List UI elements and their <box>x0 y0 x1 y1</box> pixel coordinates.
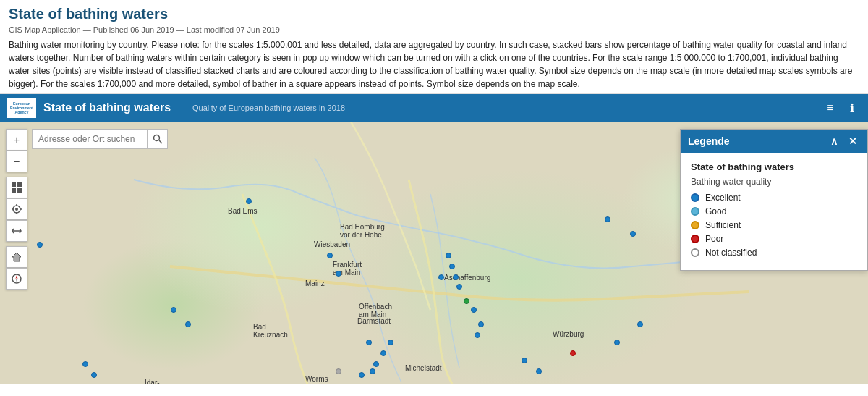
layers-list-icon[interactable]: ≡ <box>822 99 839 117</box>
water-dot-excellent <box>388 340 393 345</box>
topbar-controls: ≡ ℹ <box>822 99 861 117</box>
water-dot-excellent <box>380 350 386 356</box>
water-dot-excellent <box>185 321 191 327</box>
svg-text:Agency: Agency <box>15 110 29 114</box>
svg-rect-7 <box>17 188 22 193</box>
svg-point-19 <box>153 135 159 141</box>
legend-controls: ∧ ✕ <box>827 134 860 148</box>
legend-dot-good <box>691 207 699 216</box>
water-dot-excellent <box>630 231 636 237</box>
info-icon[interactable]: ℹ <box>843 99 861 117</box>
water-dot-excellent <box>614 340 620 345</box>
water-dot-excellent <box>446 253 451 258</box>
map-subtitle: Quality of European bathing waters in 20… <box>192 104 345 112</box>
legend-item-sufficient: Sufficient <box>691 220 857 230</box>
search-input[interactable] <box>32 129 148 149</box>
water-dot-excellent <box>453 274 459 280</box>
legend-header: Legende ∧ ✕ <box>681 130 867 153</box>
water-dot-excellent <box>91 372 97 378</box>
legend-label-poor: Poor <box>705 234 723 244</box>
legend-panel: Legende ∧ ✕ State of bathing waters Bath… <box>680 129 868 271</box>
svg-point-9 <box>15 208 18 211</box>
legend-title: Legende <box>688 135 730 147</box>
page-description: Bathing water monitoring by country. Ple… <box>9 38 859 90</box>
legend-section-title: State of bathing waters <box>691 161 857 172</box>
zoom-in-button[interactable]: + <box>6 129 27 151</box>
water-dot-excellent <box>336 271 341 277</box>
water-dot-poor <box>570 350 576 356</box>
water-dot-excellent <box>366 340 372 345</box>
water-dot-excellent <box>475 332 480 338</box>
water-dot-excellent <box>438 274 444 280</box>
water-dot-not-classified <box>336 368 341 374</box>
water-dot-sufficient <box>464 298 469 304</box>
water-dot-excellent <box>536 368 542 374</box>
search-bar <box>32 129 168 149</box>
locate-button[interactable] <box>6 198 27 220</box>
legend-item-not-classified: Not classified <box>691 248 857 258</box>
water-dot-excellent <box>246 198 252 204</box>
zoom-out-button[interactable]: − <box>6 151 27 172</box>
measure-button[interactable] <box>6 220 27 242</box>
svg-marker-18 <box>16 279 18 282</box>
water-dot-excellent <box>605 216 610 222</box>
legend-item-poor: Poor <box>691 234 857 244</box>
map-title: State of bathing waters <box>43 101 171 114</box>
svg-rect-4 <box>12 182 16 187</box>
svg-rect-5 <box>17 182 22 187</box>
legend-close-button[interactable]: ✕ <box>846 134 860 148</box>
legend-dot-excellent <box>691 193 699 202</box>
agency-logo: European Environment Agency <box>7 98 36 118</box>
water-dot-excellent <box>449 264 455 269</box>
svg-marker-17 <box>16 275 18 279</box>
agency-logo-box: European Environment Agency <box>7 98 36 118</box>
search-button[interactable] <box>148 129 168 149</box>
legend-label-excellent: Excellent <box>705 193 741 203</box>
svg-rect-6 <box>12 188 16 193</box>
water-dot-excellent <box>359 372 365 378</box>
svg-marker-15 <box>12 253 21 261</box>
water-dot-excellent <box>373 361 379 367</box>
legend-dot-poor <box>691 235 699 243</box>
water-dot-excellent <box>82 361 88 367</box>
legend-label-good: Good <box>705 206 726 216</box>
home-button[interactable] <box>6 246 27 268</box>
water-dot-excellent <box>456 284 462 290</box>
legend-body: State of bathing waters Bathing water qu… <box>681 153 867 270</box>
map-toolbar: + − <box>6 129 27 292</box>
legend-dot-sufficient <box>691 221 699 229</box>
svg-line-20 <box>159 140 162 143</box>
water-dot-excellent <box>327 253 333 258</box>
legend-dot-not-classified <box>691 248 699 257</box>
water-dot-excellent <box>637 321 643 327</box>
legend-item-good: Good <box>691 206 857 216</box>
legend-collapse-button[interactable]: ∧ <box>827 134 841 148</box>
water-dot-excellent <box>37 242 43 248</box>
page-meta: GIS Map Application — Published 06 Jun 2… <box>9 25 859 34</box>
legend-sub-title: Bathing water quality <box>691 177 857 187</box>
water-dot-excellent <box>478 321 484 327</box>
water-dot-excellent <box>370 368 375 374</box>
water-dot-excellent <box>171 307 176 313</box>
page-title: State of bathing waters <box>9 6 859 22</box>
legend-label-sufficient: Sufficient <box>705 220 741 230</box>
water-dot-excellent <box>522 358 527 363</box>
legend-item-excellent: Excellent <box>691 193 857 203</box>
legend-label-not-classified: Not classified <box>705 248 757 258</box>
water-dot-excellent <box>471 307 477 313</box>
compass-button[interactable] <box>6 268 27 290</box>
layers-button[interactable] <box>6 177 27 198</box>
